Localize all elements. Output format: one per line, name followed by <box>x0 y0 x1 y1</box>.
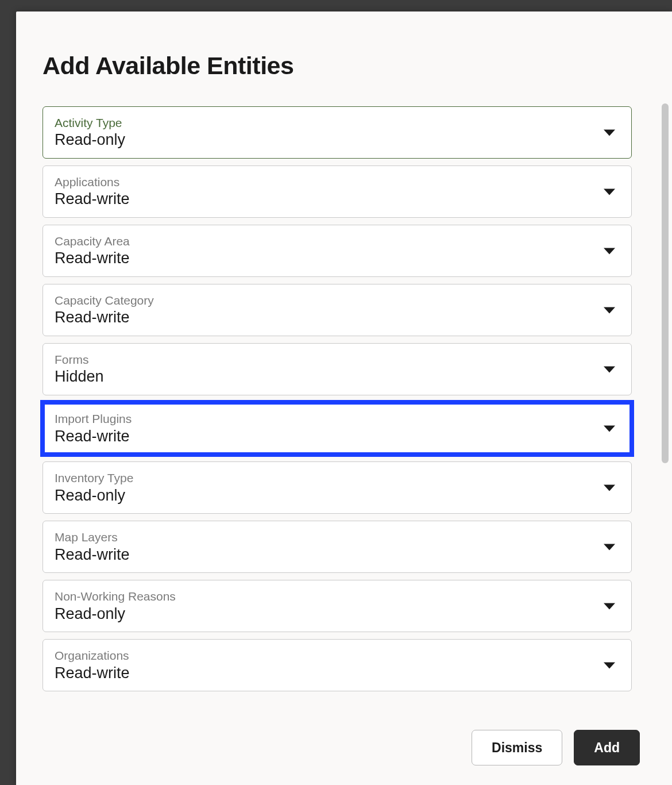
entity-select-label: Activity Type <box>55 115 597 130</box>
chevron-down-icon <box>604 544 615 550</box>
entity-select-non-working-reasons[interactable]: Non-Working ReasonsRead-only <box>43 580 632 632</box>
entity-select-organizations[interactable]: OrganizationsRead-write <box>43 639 632 691</box>
entity-select-label: Map Layers <box>55 529 597 545</box>
entity-select-label: Forms <box>55 352 597 367</box>
entity-select-activity-type[interactable]: Activity TypeRead-only <box>43 106 632 159</box>
entity-select-label: Import Plugins <box>55 411 597 426</box>
entity-select-value: Hidden <box>55 367 597 387</box>
entity-select-value: Read-write <box>55 249 597 268</box>
entity-select-label: Non-Working Reasons <box>55 588 597 604</box>
add-button[interactable]: Add <box>574 730 640 765</box>
chevron-down-icon <box>604 188 615 195</box>
entity-select-value: Read-write <box>55 664 597 683</box>
entity-select-value: Read-only <box>55 605 597 624</box>
entity-select-label: Applications <box>55 174 597 190</box>
entity-field-list: Activity TypeRead-onlyApplicationsRead-w… <box>43 106 632 691</box>
dialog-body: Add Available Entities Activity TypeRead… <box>16 11 672 710</box>
entity-select-forms[interactable]: FormsHidden <box>43 343 632 395</box>
entity-select-value: Read-write <box>55 308 597 328</box>
entity-select-label: Capacity Area <box>55 233 597 249</box>
entity-select-label: Organizations <box>55 648 597 663</box>
entity-select-value: Read-write <box>55 545 597 565</box>
entity-select-label: Capacity Category <box>55 293 597 308</box>
chevron-down-icon <box>604 366 615 372</box>
entity-select-import-plugins[interactable]: Import PluginsRead-write <box>43 402 632 455</box>
scrollbar-thumb[interactable] <box>662 103 669 463</box>
chevron-down-icon <box>604 307 615 313</box>
chevron-down-icon <box>604 603 615 609</box>
entity-select-value: Read-only <box>55 486 597 506</box>
dismiss-button[interactable]: Dismiss <box>472 730 562 765</box>
entity-select-map-layers[interactable]: Map LayersRead-write <box>43 521 632 573</box>
chevron-down-icon <box>604 248 615 254</box>
chevron-down-icon <box>604 129 615 136</box>
entity-select-inventory-type[interactable]: Inventory TypeRead-only <box>43 461 632 514</box>
entity-select-capacity-area[interactable]: Capacity AreaRead-write <box>43 225 632 277</box>
entity-select-value: Read-write <box>55 190 597 209</box>
dialog-title: Add Available Entities <box>43 52 632 80</box>
chevron-down-icon <box>604 662 615 668</box>
dialog-footer: Dismiss Add <box>16 710 672 785</box>
chevron-down-icon <box>604 484 615 491</box>
entity-select-label: Inventory Type <box>55 470 597 486</box>
chevron-down-icon <box>604 425 615 432</box>
entity-select-value: Read-only <box>55 130 597 150</box>
add-entities-dialog: Add Available Entities Activity TypeRead… <box>16 11 672 785</box>
entity-select-applications[interactable]: ApplicationsRead-write <box>43 166 632 218</box>
entity-select-capacity-category[interactable]: Capacity CategoryRead-write <box>43 284 632 336</box>
entity-select-value: Read-write <box>55 427 597 447</box>
